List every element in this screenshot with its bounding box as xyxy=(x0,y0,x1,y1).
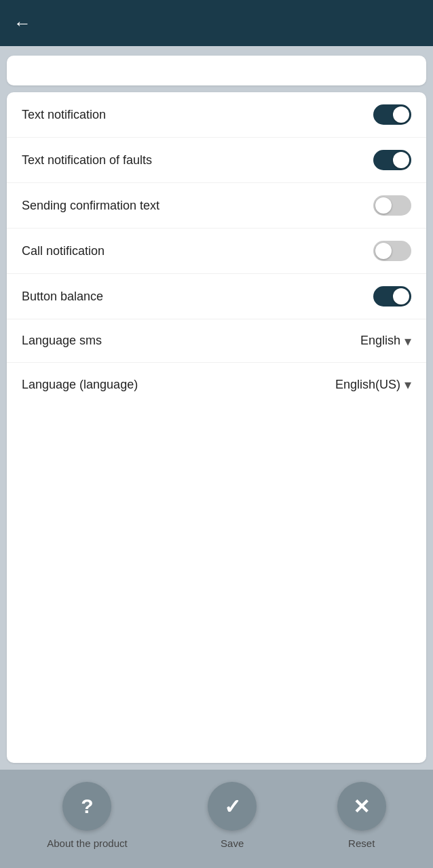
dropdown-value-language-sms: English xyxy=(360,334,400,348)
toggle-call-notification[interactable] xyxy=(373,241,411,261)
toggle-thumb-text-notification-faults xyxy=(393,152,409,168)
toggle-button-balance[interactable] xyxy=(373,286,411,307)
bottom-bar: ?About the product✓Save✕Reset xyxy=(0,770,433,868)
settings-card: Text notificationText notification of fa… xyxy=(7,92,426,763)
toggle-thumb-call-notification xyxy=(375,243,392,259)
toggle-thumb-sending-confirmation-text xyxy=(375,197,392,214)
bottom-btn-label-reset: Reset xyxy=(348,837,375,849)
bottom-btn-icon-about: ? xyxy=(62,782,111,831)
setting-label-button-balance: Button balance xyxy=(22,290,103,304)
setting-label-language-language: Language (language) xyxy=(22,378,138,392)
dropdown-arrow-icon-language-language: ▾ xyxy=(404,376,411,393)
toggle-text-notification-faults[interactable] xyxy=(373,150,411,170)
product-card xyxy=(7,56,426,85)
main-content: Text notificationText notification of fa… xyxy=(0,46,433,770)
dropdown-language-language[interactable]: English(US)▾ xyxy=(335,376,411,393)
setting-row-language-sms: Language smsEnglish▾ xyxy=(7,319,426,363)
setting-label-language-sms: Language sms xyxy=(22,334,102,348)
bottom-btn-label-about: About the product xyxy=(47,837,127,849)
bottom-btn-icon-reset: ✕ xyxy=(337,782,386,831)
setting-row-text-notification: Text notification xyxy=(7,92,426,138)
toggle-thumb-button-balance xyxy=(393,288,409,304)
setting-row-button-balance: Button balance xyxy=(7,274,426,319)
setting-label-text-notification-faults: Text notification of faults xyxy=(22,153,152,167)
setting-row-sending-confirmation-text: Sending confirmation text xyxy=(7,183,426,229)
bottom-btn-save[interactable]: ✓Save xyxy=(208,782,257,849)
setting-label-text-notification: Text notification xyxy=(22,108,106,122)
setting-row-call-notification: Call notification xyxy=(7,229,426,274)
dropdown-language-sms[interactable]: English▾ xyxy=(360,333,411,349)
toggle-sending-confirmation-text[interactable] xyxy=(373,195,411,216)
app-header: ← xyxy=(0,0,433,46)
dropdown-arrow-icon-language-sms: ▾ xyxy=(404,333,411,349)
bottom-btn-reset[interactable]: ✕Reset xyxy=(337,782,386,849)
setting-label-call-notification: Call notification xyxy=(22,244,105,258)
toggle-thumb-text-notification xyxy=(393,106,409,123)
bottom-btn-about[interactable]: ?About the product xyxy=(47,782,127,849)
bottom-btn-label-save: Save xyxy=(221,837,244,849)
bottom-btn-icon-save: ✓ xyxy=(208,782,257,831)
back-button[interactable]: ← xyxy=(14,13,31,34)
setting-label-sending-confirmation-text: Sending confirmation text xyxy=(22,199,159,213)
dropdown-value-language-language: English(US) xyxy=(335,378,400,392)
setting-row-language-language: Language (language)English(US)▾ xyxy=(7,363,426,406)
setting-row-text-notification-faults: Text notification of faults xyxy=(7,138,426,183)
toggle-text-notification[interactable] xyxy=(373,104,411,125)
